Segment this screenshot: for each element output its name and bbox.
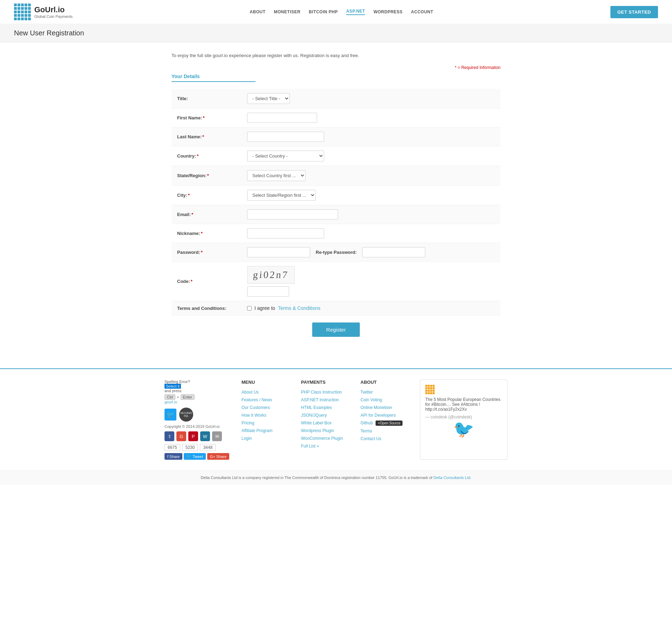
pay-woocommerce[interactable]: WooCommerce Plugin (301, 436, 343, 441)
title-select[interactable]: - Select Title - Mr. Mrs. Ms. Dr. (247, 93, 290, 104)
nickname-input[interactable] (247, 228, 324, 238)
twitter-badge: 🐦 (164, 409, 176, 421)
firstname-label: First Name:* (172, 109, 241, 127)
about-monetiser[interactable]: Online Monetiser (360, 405, 392, 410)
gourl-small: gourl.io (164, 400, 177, 404)
password-input[interactable] (247, 247, 310, 257)
page-title: New User Registration (14, 29, 658, 37)
list-item: WooCommerce Plugin (301, 435, 346, 441)
footer-menu-title: MENU (241, 380, 287, 385)
menu-pricing[interactable]: Pricing (241, 421, 254, 425)
state-select[interactable]: Select Country first ... (247, 170, 306, 181)
pay-php[interactable]: PHP Class Instruction (301, 390, 342, 395)
main-content: To enjoy the full site gourl.io experien… (164, 42, 507, 354)
facebook-share-button[interactable]: f Share (164, 453, 182, 460)
pay-json[interactable]: JSON/JQuery (301, 413, 327, 418)
twitter-share-button[interactable]: 🐦 Tweet (184, 453, 205, 460)
share-buttons: f Share 🐦 Tweet G+ Share (164, 453, 227, 460)
terms-link[interactable]: Terms & Conditions (278, 305, 320, 311)
google-icon[interactable]: G (176, 431, 186, 441)
nickname-row: Nickname:* (172, 224, 500, 243)
footer-menu-col: MENU About Us Features / News Our Custom… (241, 380, 287, 460)
menu-customers[interactable]: Our Customers (241, 405, 270, 410)
email-input[interactable] (247, 209, 338, 220)
about-twitter[interactable]: Twitter (360, 390, 373, 395)
share-icon[interactable]: ⇧ (164, 431, 174, 441)
pay-whitelabel[interactable]: White Label Box (301, 421, 331, 425)
and-press-text: and press (164, 389, 181, 393)
about-terms[interactable]: Terms (360, 429, 372, 433)
code-label: Code:* (172, 262, 241, 301)
list-item: ASP.NET Instruction (301, 397, 346, 402)
captcha-input[interactable] (247, 286, 289, 297)
registration-form: Title: - Select Title - Mr. Mrs. Ms. Dr.… (172, 89, 500, 315)
nav-bitcoin-php[interactable]: BITCOIN PHP (309, 9, 338, 14)
footer-left-col: Spelling Error? Select it and press Ctrl… (164, 380, 227, 460)
spelling-error-box: Spelling Error? Select it and press Ctrl… (164, 380, 227, 404)
tweet-text: The 5 Most Popular European Countries fo… (425, 397, 502, 412)
footer-about-list: Twitter Coin Voting Online Monetiser API… (360, 389, 406, 441)
pay-wordpress[interactable]: Wordpress Plugin (301, 428, 334, 433)
title-row: Title: - Select Title - Mr. Mrs. Ms. Dr. (172, 89, 500, 109)
logo: GoUrl.io Global Coin Payments (14, 4, 72, 20)
city-select[interactable]: Select State/Region first ... (247, 190, 316, 201)
footer-about-col: ABOUT Twitter Coin Voting Online Monetis… (360, 380, 406, 460)
open-source-badge: +Open Source (376, 421, 402, 426)
about-coin-voting[interactable]: Coin Voting (360, 397, 382, 402)
list-item: Wordpress Plugin (301, 428, 346, 433)
pinterest-icon[interactable]: P (188, 431, 198, 441)
list-item: HTML Examples (301, 404, 346, 410)
code-row: Code:* gi02n7 (172, 262, 500, 301)
firstname-input[interactable] (247, 113, 317, 123)
google-share-button[interactable]: G+ Share (207, 453, 229, 460)
footer-bottom-link[interactable]: Delta Consultants Ltd. (433, 475, 471, 480)
get-started-button[interactable]: GET STARTED (610, 6, 658, 18)
menu-features[interactable]: Features / News (241, 397, 272, 402)
spell-keys: Ctrl + Enter (164, 394, 227, 400)
nav-about[interactable]: ABOUT (250, 9, 265, 14)
pay-fulllist[interactable]: Full List » (301, 444, 319, 449)
page-title-bar: New User Registration (0, 24, 672, 42)
menu-about-us[interactable]: About Us (241, 390, 259, 395)
email-row: Email:* (172, 205, 500, 224)
pay-aspnet[interactable]: ASP.NET Instruction (301, 397, 339, 402)
footer-logo-badges: 🐦 SECUREDSQL (164, 408, 227, 422)
tw-icon: 🐦 (187, 454, 191, 459)
about-api[interactable]: API for Developers (360, 413, 396, 418)
email-icon[interactable]: ✉ (212, 431, 222, 441)
list-item: Affiliate Program (241, 428, 287, 433)
lastname-input[interactable] (247, 132, 324, 142)
title-label: Title: (172, 89, 241, 109)
state-label: State/Region:* (172, 166, 241, 186)
fb-icon: f (167, 454, 168, 459)
wordpress-icon[interactable]: W (200, 431, 210, 441)
logo-sub: Global Coin Payments (34, 14, 72, 19)
pay-html[interactable]: HTML Examples (301, 405, 332, 410)
captcha-image: gi02n7 (247, 266, 295, 284)
list-item: Terms (360, 428, 406, 433)
nav-account[interactable]: ACCOUNT (411, 9, 433, 14)
retype-label: Re-type Password: (316, 250, 357, 255)
menu-login[interactable]: Login (241, 436, 252, 441)
menu-how-it-works[interactable]: How It Works (241, 413, 266, 418)
register-button[interactable]: Register (312, 322, 360, 337)
menu-affiliate[interactable]: Affiliate Program (241, 428, 272, 433)
country-select[interactable]: - Select Country - United States United … (247, 151, 324, 161)
nav-wordpress[interactable]: WORDPRESS (373, 9, 402, 14)
register-btn-row: Register (172, 315, 500, 344)
about-github[interactable]: Github (360, 421, 373, 425)
footer-payments-list: PHP Class Instruction ASP.NET Instructio… (301, 389, 346, 449)
retype-password-input[interactable] (362, 247, 425, 257)
intro-text: To enjoy the full site gourl.io experien… (172, 53, 500, 58)
terms-checkbox[interactable] (247, 306, 252, 311)
list-item: How It Works (241, 412, 287, 418)
stat-3: 3448 (200, 444, 216, 451)
list-item: White Label Box (301, 420, 346, 425)
required-star: * (455, 65, 457, 70)
logo-text: GoUrl.io (34, 5, 72, 14)
stat-counts: 6675 5230 3448 (164, 444, 227, 451)
nav-monetiser[interactable]: MONETISER (274, 9, 301, 14)
country-label: Country:* (172, 146, 241, 166)
nav-asp-net[interactable]: ASP.NET (346, 9, 365, 15)
about-contact[interactable]: Contact Us (360, 436, 381, 441)
